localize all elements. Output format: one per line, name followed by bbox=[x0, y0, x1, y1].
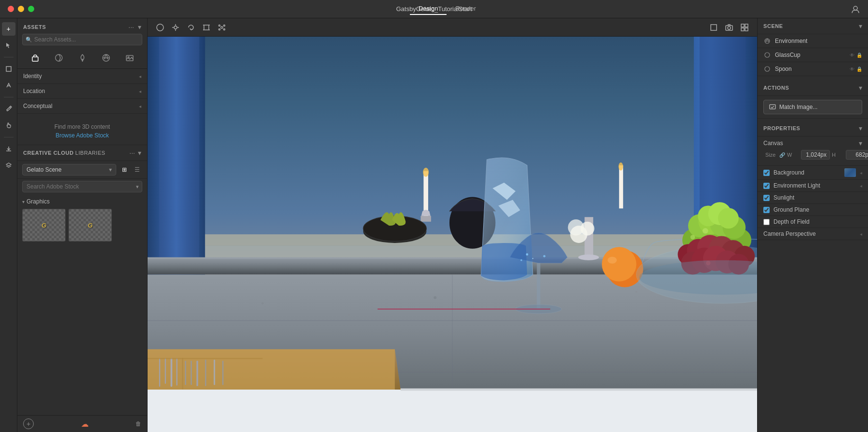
graphics-header[interactable]: ▾ Graphics bbox=[22, 198, 142, 205]
list-view-icon[interactable]: ☰ bbox=[132, 164, 142, 175]
assets-panel-header: ASSETS ··· ▾ bbox=[17, 18, 147, 34]
assets-search-input[interactable] bbox=[22, 34, 142, 45]
assets-more-options[interactable]: ··· bbox=[128, 23, 134, 31]
scene-item-spoon[interactable]: Spoon 👁 🔒 bbox=[758, 62, 868, 76]
environment-label: Environment bbox=[775, 38, 862, 44]
cc-libraries-more-options[interactable]: ··· bbox=[129, 149, 135, 157]
close-button[interactable] bbox=[8, 6, 14, 12]
properties-title: PROPERTIES bbox=[763, 125, 800, 131]
spoon-visibility-icon[interactable]: 👁 bbox=[850, 67, 854, 72]
select-mode-button[interactable] bbox=[153, 21, 167, 34]
svg-rect-29 bbox=[745, 28, 748, 31]
environment-light-checkbox[interactable] bbox=[763, 183, 770, 189]
canvas-label: Canvas bbox=[763, 140, 783, 147]
frame-tool[interactable] bbox=[2, 62, 15, 76]
svg-point-88 bbox=[718, 208, 739, 229]
assets-collapse-icon[interactable]: ▾ bbox=[138, 23, 141, 31]
depth-of-field-checkbox[interactable] bbox=[763, 219, 770, 225]
canvas-area[interactable] bbox=[148, 37, 757, 432]
scene-item-environment[interactable]: Environment bbox=[758, 34, 868, 48]
library-selector[interactable]: Gelato Scene ▾ bbox=[22, 164, 116, 176]
actions-collapse-icon[interactable]: ▾ bbox=[859, 84, 862, 92]
rotate-button[interactable] bbox=[184, 21, 198, 34]
asset-cat-materials[interactable] bbox=[52, 51, 66, 65]
svg-point-8 bbox=[174, 26, 177, 29]
scatter-button[interactable] bbox=[215, 21, 229, 34]
background-chevron-icon[interactable]: ◂ bbox=[860, 170, 862, 176]
fullscreen-button[interactable] bbox=[28, 6, 34, 12]
screenshot-button[interactable] bbox=[722, 21, 736, 34]
sidebar-item-conceptual[interactable]: Conceptual ◂ bbox=[17, 99, 147, 114]
import-tool[interactable] bbox=[2, 142, 15, 156]
asset-cat-images[interactable] bbox=[123, 51, 136, 65]
svg-point-34 bbox=[423, 168, 429, 177]
layers-tool[interactable] bbox=[2, 159, 15, 172]
svg-rect-60 bbox=[190, 361, 191, 385]
sidebar-item-identity[interactable]: Identity ◂ bbox=[17, 69, 147, 84]
properties-collapse-icon[interactable]: ▾ bbox=[859, 124, 862, 132]
sunlight-property-row[interactable]: Sunlight bbox=[758, 192, 868, 204]
svg-point-36 bbox=[619, 162, 624, 171]
glasscup-lock-icon[interactable]: 🔒 bbox=[856, 53, 862, 58]
svg-point-69 bbox=[526, 253, 529, 256]
background-property-row[interactable]: Background ◂ bbox=[758, 166, 868, 180]
environment-item-icon bbox=[763, 37, 771, 45]
fit-canvas-button[interactable] bbox=[707, 21, 720, 34]
depth-of-field-property-row[interactable]: Depth of Field bbox=[758, 216, 868, 228]
asset-cat-models[interactable] bbox=[28, 51, 42, 65]
browse-adobe-stock-link[interactable]: Browse Adobe Stock bbox=[23, 132, 141, 139]
document-title: GatsbyGelato_TutorialStart bbox=[396, 5, 472, 13]
actions-section-header: ACTIONS ▾ bbox=[758, 80, 868, 96]
canvas-width-input[interactable] bbox=[801, 150, 830, 160]
graphic-thumb-1[interactable]: G bbox=[22, 209, 66, 242]
eyedropper-tool[interactable] bbox=[2, 102, 15, 116]
cc-libraries-collapse-icon[interactable]: ▾ bbox=[138, 149, 141, 157]
spoon-lock-icon[interactable]: 🔒 bbox=[856, 67, 862, 72]
center-area bbox=[148, 18, 757, 432]
canvas-height-input[interactable] bbox=[846, 150, 868, 160]
environment-light-chevron-icon[interactable]: ◂ bbox=[860, 183, 862, 189]
camera-perspective-chevron-icon[interactable]: ◂ bbox=[860, 231, 862, 237]
frame-button[interactable] bbox=[200, 21, 213, 34]
canvas-header: Canvas ▾ bbox=[763, 139, 862, 147]
add-tool[interactable]: + bbox=[2, 22, 15, 36]
cc-libraries-header: Creative CLOUD LIBRARIES ··· ▾ bbox=[17, 145, 147, 161]
conceptual-arrow-icon: ◂ bbox=[139, 104, 141, 109]
link-dimensions-icon[interactable]: 🔗 bbox=[779, 152, 785, 158]
svg-point-25 bbox=[728, 27, 731, 29]
pen-tool[interactable] bbox=[2, 79, 15, 92]
add-library-item-button[interactable]: + bbox=[23, 418, 34, 429]
adobe-stock-search-icon: ▾ bbox=[136, 184, 139, 190]
sunlight-checkbox[interactable] bbox=[763, 195, 770, 201]
match-image-button[interactable]: Match Image... bbox=[763, 100, 862, 114]
environment-light-property-row[interactable]: Environment Light ◂ bbox=[758, 180, 868, 192]
asset-cat-environment[interactable] bbox=[99, 51, 113, 65]
render-quality-button[interactable] bbox=[738, 21, 751, 34]
svg-rect-66 bbox=[182, 358, 183, 390]
grid-view-icon[interactable]: ⊞ bbox=[119, 164, 130, 175]
svg-rect-13 bbox=[204, 25, 209, 30]
asset-cat-lights[interactable] bbox=[76, 51, 89, 65]
depth-of-field-property-label: Depth of Field bbox=[773, 218, 862, 225]
background-checkbox[interactable] bbox=[763, 170, 770, 176]
scene-title: SCENE bbox=[763, 23, 783, 29]
hand-tool[interactable] bbox=[2, 119, 15, 132]
minimize-button[interactable] bbox=[18, 6, 24, 12]
adobe-stock-search-input[interactable] bbox=[22, 181, 142, 192]
scene-collapse-icon[interactable]: ▾ bbox=[859, 22, 862, 30]
delete-library-item-button[interactable]: 🗑 bbox=[136, 420, 141, 427]
scene-item-glasscup[interactable]: GlassCup 👁 🔒 bbox=[758, 48, 868, 62]
svg-point-71 bbox=[532, 258, 533, 259]
ground-plane-property-row[interactable]: Ground Plane bbox=[758, 204, 868, 216]
sidebar-item-location[interactable]: Location ◂ bbox=[17, 84, 147, 99]
camera-perspective-property-row[interactable]: Camera Perspective ◂ bbox=[758, 228, 868, 240]
ground-plane-checkbox[interactable] bbox=[763, 207, 770, 213]
graphic-thumb-2[interactable]: G bbox=[68, 209, 112, 242]
transform-button[interactable] bbox=[169, 21, 182, 34]
glasscup-visibility-icon[interactable]: 👁 bbox=[850, 53, 854, 58]
svg-point-105 bbox=[578, 255, 599, 260]
select-tool[interactable] bbox=[2, 39, 15, 52]
account-icon[interactable] bbox=[851, 4, 860, 14]
canvas-collapse-icon[interactable]: ▾ bbox=[859, 139, 862, 147]
svg-rect-114 bbox=[770, 105, 775, 109]
